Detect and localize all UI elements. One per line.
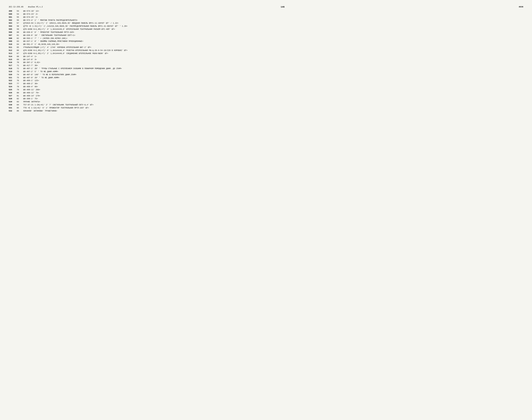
table-row: 520 74 Ш8-407-8' 140' ' ТО ЖЕ В ПЕРЕКРЫТ… [9,73,523,76]
table-row: 504 58 ЦТТО ×Е 1-31(=7)' 1',141#10,3#0,9… [9,25,523,28]
row-text: Ш8-147-8' 3+ [23,58,523,61]
row-number: 523 [9,82,17,85]
row-index: 61 [17,34,23,37]
row-text: Ш8-593-1' 7' ' + (НСП09.200.НСП02.100)+ [23,37,523,40]
row-text: Ш8-407-8' 140' ' ТО ЖЕ В ПЕРЕКРЫТИЯХ ДИА… [23,73,523,76]
row-number: 501 [9,16,17,19]
row-index: 83 [17,100,23,104]
row-number: 513 [9,52,17,55]
row-index: 70 [17,61,23,64]
row-index: 79 [17,88,23,91]
table-row: 530 84 Т57-07-21 1-20(=0)' 2' 7' СВЕТИЛЬ… [9,104,523,106]
table-row: 527 81 Ш8-409-14' 179+ [9,94,523,98]
row-text: Ш8-574-25' 1+ [23,16,523,19]
row-number: 516 [9,61,17,64]
table-row: 510 64 Ш8-591-3' 1' 48,8#38,4#0,1#0,06+ [9,43,523,46]
row-number: 508 [9,37,17,40]
row-number: 503 [9,22,17,25]
row-text: ЦТ8-8208 К=1,05(=7)' 2' 1,8#1####0,8' СО… [23,52,523,55]
row-index: 77 [17,82,23,85]
row-index: 54 [17,13,23,16]
album-code: 2ЕI-I2-255.85 Альбом УП,ч.2 [9,6,47,8]
table-row: 517 71 Ш8-417-7' 30+ [9,64,523,67]
table-row: 511 65 УТКАЛЬСКУЛЯЦИЯ (=7)' 4' 17#8' КОР… [9,46,523,49]
row-index: 65 [17,46,23,49]
row-number: 499 [9,10,17,13]
row-index: 59 [17,28,23,31]
row-text: ЦТ8-8208 К=1,05(=7)' 4' 1,8#1####0,8' ШТ… [23,28,523,31]
row-text: Ш8-409-11' 280+ [23,88,523,91]
row-text: Ш8-409-2' 30+ [23,82,523,85]
row-text: Ш8-397-2' 0,02+ [23,61,523,64]
row-text: ЦTCКU3-84 1-15(=7)' 1' 185#11,4#0,98#0,3… [23,22,523,25]
table-row: 512 66 ЦТ8-8208 К=1,05(=7)' 6' 1,8#1####… [9,49,523,52]
row-text: Ш8-409-4' 60+ [23,85,523,88]
row-index: 57 [17,22,23,25]
row-index: 62 [17,37,23,40]
row-number: 518 [9,67,17,70]
row-number: 527 [9,94,17,98]
row-number: 530 [9,104,17,106]
table-row: 519 73 Ш8-407-2' 5' ' ТО ЖЕ ДИАМ.40ММ+ [9,70,523,73]
table-row: 523 77 Ш8-409-2' 30+ [9,82,523,85]
table-row: 521 75 Ш8-407-9' 20' ' ТО ЖЕ ДИАМ.40ММ+ [9,76,523,79]
row-number: 500 [9,13,17,16]
row-text: Ш8-409-1' 125+ [23,79,523,82]
table-row: 515 69 Ш8-147-8' 3+ [9,58,523,61]
row-number: 509 [9,40,17,43]
row-text: Ш8-407-9' 20' ' ТО ЖЕ ДИАМ.40ММ+ [23,76,523,79]
row-index: 86 [17,110,23,113]
row-index: 75 [17,76,23,79]
table-row: 507 61 Ш8-636-8' 18' ' СВЕТИЛЬНИК ТЕАТРА… [9,34,523,37]
row-number: 514 [9,55,17,58]
row-index: 72 [17,67,23,70]
row-number: 525 [9,88,17,91]
row-number: 504 [9,25,17,28]
row-index: 81 [17,94,23,98]
row-number: 521 [9,76,17,79]
row-text: Ш8-407-2' 5' ' ТО ЖЕ ДИАМ.40ММ+ [23,70,523,73]
table-row: 502 56 Ш8-572-4' 1' ' МОНТАЖ ПУНКТА РАСП… [9,19,523,22]
row-text: Ш8-636-8' 18' ' СВЕТИЛЬНИК ТЕАТРАЛЬНАЯ С… [23,34,523,37]
row-text: ПРОЧИЕ ЗАТРАТЫ+ [23,100,523,104]
table-row: 514 68 Ш8-147-4' 1+ [9,55,523,58]
row-text: Ш8-574-18' 12+ [23,10,523,13]
row-index: 58 [17,25,23,28]
table-row: 531 85 ТТО ×Е 1-13(=0)' 6' 1' ПРОЖЕКТОР … [9,106,523,110]
row-index: 68 [17,55,23,58]
page-header: 2ЕI-I2-255.85 Альбом УП,ч.2 146 4036 [9,6,523,8]
row-number: 520 [9,73,17,76]
table-row: 503 57 ЦTCКU3-84 1-15(=7)' 1' 185#11,4#0… [9,22,523,25]
row-index: 73 [17,70,23,73]
content-table: 499 53 Ш8-574-18' 12+ 500 54 Ш8-574-23' … [9,10,523,113]
table-row: 508 62 Ш8-593-1' 7' ' + (НСП09.200.НСП02… [9,37,523,40]
row-index: 64 [17,43,23,46]
row-number: 522 [9,79,17,82]
row-text: КИХАНОВ' ЗАТИНОВА' ТРУШЕГКИНА+ [23,110,523,113]
row-number: 506 [9,31,17,34]
row-number: 532 [9,110,17,113]
row-number: 526 [9,91,17,94]
row-index: 82 [17,97,23,100]
row-number: 502 [9,19,17,22]
row-text: Ш8-147-4' 1+ [23,55,523,58]
table-row: 525 79 Ш8-409-11' 280+ [9,88,523,91]
row-text: Ш8-409-12' 70+ [23,91,523,94]
row-index: 55 [17,16,23,19]
row-text: Ш8-637-1' 8' ' ОБОЙМЫ СЪЁМНЫЕ,ПРИСТАВКИ … [23,40,523,43]
table-row: 524 78 Ш8-409-4' 60+ [9,85,523,88]
page-number-center: 146 [47,6,519,8]
row-text: Ш8-407-1' 20' ' ТРУБЫ СТАЛЬНЫЕ С КРЕПЛЕН… [23,67,523,70]
row-index: 84 [17,104,23,106]
row-number: 511 [9,46,17,49]
row-index: 78 [17,85,23,88]
row-number: 528 [9,97,17,100]
row-index: 76 [17,79,23,82]
row-text: УТКАЛЬСКУЛЯЦИЯ (=7)' 4' 17#8' КОРОБКА ШТ… [23,46,523,49]
row-text: Ш8-409-14' 179+ [23,94,523,98]
row-index: 85 [17,106,23,110]
row-index: 74 [17,73,23,76]
table-row: 518 72 Ш8-407-1' 20' ' ТРУБЫ СТАЛЬНЫЕ С … [9,67,523,70]
row-index: 67 [17,52,23,55]
row-number: 507 [9,34,17,37]
